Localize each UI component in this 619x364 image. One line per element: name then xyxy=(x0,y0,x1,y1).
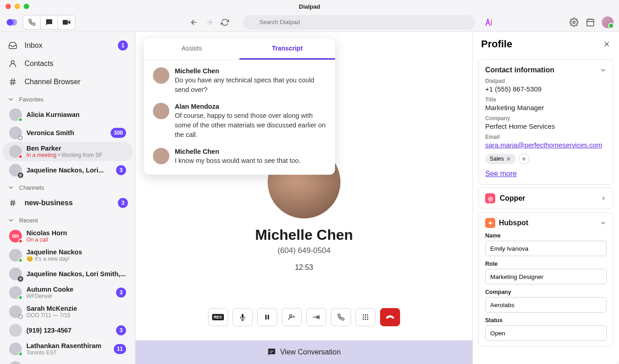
title-label: Title xyxy=(485,96,607,103)
transfer-button[interactable] xyxy=(306,308,326,326)
copper-label: Copper xyxy=(500,194,525,202)
contact-name: Jaqueline Nackos, Lori... xyxy=(26,167,112,174)
sidebar-channel-browser-label: Channel Browser xyxy=(25,78,81,86)
add-participant-button[interactable] xyxy=(282,308,302,326)
dialpad-button[interactable] xyxy=(355,308,375,326)
copper-integration[interactable]: ◎ Copper xyxy=(478,187,614,209)
window-close-button[interactable] xyxy=(5,4,11,9)
message-text: I know my boss would want to see that to… xyxy=(175,156,326,166)
sidebar-favorite-item[interactable]: Veronica Smith 300 xyxy=(3,124,132,142)
unread-badge: 3 xyxy=(116,165,126,175)
collapse-button[interactable] xyxy=(599,219,607,227)
avatar: 9 xyxy=(9,268,22,280)
svg-rect-2 xyxy=(63,20,68,25)
sidebar-recent-item[interactable]: 24 Bill Yackey, Sam Maliksi, J.P.... xyxy=(3,359,132,364)
call-contact-name: Michelle Chen xyxy=(136,227,472,243)
sidebar-favorite-item[interactable]: Ben ParkerIn a meeting • Working from SF xyxy=(3,142,132,161)
hs-company-input[interactable] xyxy=(485,297,607,313)
sidebar-favorite-item[interactable]: Alicia Kurniawan xyxy=(3,106,132,124)
sidebar-contacts[interactable]: Contacts xyxy=(0,55,135,73)
sidebar-recent-item[interactable]: Sarah McKenzieOOO 7/11 — 7/15 xyxy=(3,302,132,321)
search-input[interactable] xyxy=(243,15,475,30)
company-label: Company xyxy=(485,115,607,121)
record-button[interactable]: REC xyxy=(208,308,228,326)
settings-button[interactable] xyxy=(569,17,579,27)
titlebar: Dialpad xyxy=(0,0,619,13)
back-button[interactable] xyxy=(189,18,198,27)
svg-rect-7 xyxy=(265,315,267,320)
sidebar-channel-browser[interactable]: Channel Browser xyxy=(0,73,135,91)
hangup-button[interactable] xyxy=(380,308,400,326)
sidebar-recent-item[interactable]: Jaqueline Nackos😊 It's a new day! xyxy=(3,246,132,265)
hubspot-icon: ✦ xyxy=(485,218,495,228)
unread-badge: 3 xyxy=(116,288,126,298)
favorites-label: Favorites xyxy=(19,96,43,103)
call-options-button[interactable] xyxy=(331,308,351,326)
collapse-button[interactable] xyxy=(599,66,607,74)
hs-name-label: Name xyxy=(485,233,607,239)
forward-button[interactable] xyxy=(205,18,214,27)
profile-close-button[interactable] xyxy=(603,40,611,48)
email-label: Email xyxy=(485,134,607,140)
sidebar-favorite-item[interactable]: 9 Jaqueline Nackos, Lori... 3 xyxy=(3,161,132,179)
svg-rect-8 xyxy=(268,315,269,320)
contacts-icon xyxy=(7,58,18,69)
remove-tag-icon[interactable]: ✕ xyxy=(506,156,511,162)
call-timer: 12:53 xyxy=(136,263,472,272)
svg-point-15 xyxy=(367,317,368,318)
profile-title: Profile xyxy=(481,38,512,50)
avatar xyxy=(9,286,22,299)
video-button[interactable] xyxy=(58,15,75,29)
hubspot-card: ✦ Hubspot Name Role Company Status xyxy=(478,212,614,347)
transcript-popover: Assists Transcript Michelle Chen Do you … xyxy=(144,38,335,175)
contact-name: (919) 123-4567 xyxy=(26,327,112,334)
tab-transcript[interactable]: Transcript xyxy=(239,38,335,60)
sidebar-recent-item[interactable]: (919) 123-4567 3 xyxy=(3,321,132,339)
hs-status-input[interactable] xyxy=(485,325,607,341)
avatar xyxy=(9,324,22,337)
sidebar-recent-item[interactable]: Lathankan RasenthiramToronto EST 11 xyxy=(3,339,132,359)
mute-button[interactable] xyxy=(233,308,253,326)
tab-assists[interactable]: Assists xyxy=(144,38,239,60)
sidebar-recent-item[interactable]: Autumn CookeWFDenver 3 xyxy=(3,283,132,302)
avatar xyxy=(9,343,22,355)
avatar xyxy=(9,249,22,262)
calendar-button[interactable] xyxy=(585,17,595,27)
chevron-down-icon xyxy=(7,96,15,103)
favorites-header[interactable]: Favorites xyxy=(0,91,135,106)
avatar: 24 xyxy=(9,361,22,364)
chevron-right-icon xyxy=(600,195,607,202)
tag-sales[interactable]: Sales✕ xyxy=(485,154,516,164)
sidebar-recent-item[interactable]: NH Nicolas HornOn a call xyxy=(3,227,132,246)
recent-header[interactable]: Recent xyxy=(0,212,135,227)
sidebar-recent-item[interactable]: 9 Jaqueline Nackos, Lori Smith,... xyxy=(3,265,132,283)
channels-header[interactable]: Channels xyxy=(0,179,135,194)
svg-point-12 xyxy=(367,314,368,316)
channel-new-business[interactable]: new-business 3 xyxy=(0,194,135,212)
hs-role-input[interactable] xyxy=(485,269,607,284)
reload-button[interactable] xyxy=(220,18,229,27)
right-icons xyxy=(569,16,614,28)
window-minimize-button[interactable] xyxy=(15,4,20,9)
title-value: Marketing Manager xyxy=(485,104,607,111)
contact-name: Veronica Smith xyxy=(26,129,106,136)
message-author: Alan Mendoza xyxy=(175,103,326,110)
message-button[interactable] xyxy=(41,15,58,29)
email-link[interactable]: sara.marja@perfecthomeservices.com xyxy=(485,141,602,149)
hs-status-label: Status xyxy=(485,317,607,324)
message-author: Michelle Chen xyxy=(175,67,326,75)
hs-name-input[interactable] xyxy=(485,241,607,256)
user-avatar[interactable] xyxy=(602,16,614,28)
company-value: Perfect Home Services xyxy=(485,122,607,130)
call-controls: REC xyxy=(136,308,472,326)
add-tag-button[interactable]: ＋ xyxy=(518,153,529,164)
view-conversation-button[interactable]: View Conversation xyxy=(136,340,472,364)
hold-button[interactable] xyxy=(257,308,277,326)
window-zoom-button[interactable] xyxy=(24,4,29,9)
channel-name: new-business xyxy=(25,199,73,207)
see-more-link[interactable]: See more xyxy=(485,170,517,177)
sidebar-inbox[interactable]: Inbox 1 xyxy=(0,36,135,55)
ai-icon[interactable] xyxy=(485,18,495,26)
call-button[interactable] xyxy=(23,15,41,29)
svg-point-1 xyxy=(10,19,17,25)
